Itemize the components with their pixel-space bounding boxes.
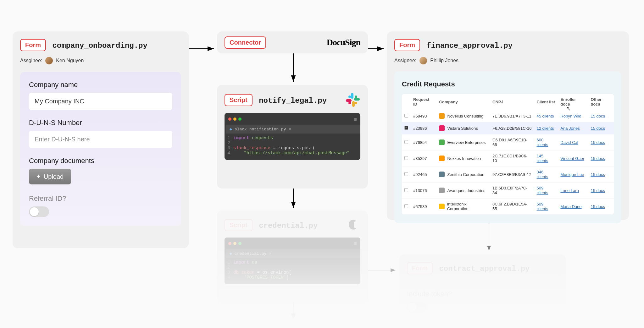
cnpj-cell: 1B.6D3.E8F/2A7C-84 xyxy=(490,183,534,199)
window-minimize-icon[interactable] xyxy=(233,118,236,121)
company-logo-icon xyxy=(439,125,445,131)
arrow-script2-down xyxy=(289,302,298,324)
arrow-finance-to-contract xyxy=(484,220,494,254)
window-minimize-icon[interactable] xyxy=(233,242,236,245)
row-checkbox[interactable] xyxy=(404,204,408,208)
table-row[interactable]: #67539Intellitronix Corporation8C.6F2.B9… xyxy=(402,199,614,215)
file-type-icon: ◆ xyxy=(230,251,232,256)
code-body: 1import os 2 3db_token = os.environ[ 4 '… xyxy=(225,258,360,284)
table-header: Enroller docs xyxy=(558,94,588,110)
table-header: Client list xyxy=(534,94,558,110)
include-token-label: Include token? xyxy=(407,290,558,298)
form-card-company-onboarding: Form company_onboarding.py Assginee: Ken… xyxy=(13,31,189,248)
row-checkbox[interactable] xyxy=(404,114,408,118)
tag-script: Script xyxy=(225,219,253,231)
enroller-link[interactable]: Robyn Wild xyxy=(560,114,581,118)
row-checkbox[interactable] xyxy=(404,126,408,130)
other-docs-link[interactable]: 15 docs xyxy=(591,126,605,131)
other-docs-link[interactable]: 15 docs xyxy=(591,140,605,145)
company-name-input[interactable] xyxy=(29,93,172,110)
other-docs-link[interactable]: 15 docs xyxy=(591,114,605,118)
window-maximize-icon[interactable] xyxy=(238,242,242,245)
assignee-label: Assginee: xyxy=(20,58,42,63)
avatar-icon xyxy=(45,57,53,64)
code-body: 1import requests 2 3slack_response = req… xyxy=(225,134,360,160)
request-id: #13076 xyxy=(411,183,436,199)
tab-filename: slack_notification.py xyxy=(235,127,286,132)
svg-point-12 xyxy=(355,96,357,98)
close-tab-icon[interactable]: × xyxy=(269,251,271,256)
row-checkbox[interactable] xyxy=(404,156,408,160)
company-logo-icon xyxy=(439,156,445,161)
other-docs-link[interactable]: 15 docs xyxy=(591,172,605,177)
client-list-link[interactable]: 600 clients xyxy=(537,138,548,147)
arrow-connector-to-finance xyxy=(368,44,387,53)
svg-rect-8 xyxy=(354,98,360,101)
assignee-label: Assignee: xyxy=(394,58,416,63)
company-name-label: Company name xyxy=(29,81,172,89)
form-card-contract-approval: Form contract_approval.py Include token? xyxy=(399,254,566,311)
cnpj-cell: 97.C2F.8E6/B3A9-42 xyxy=(490,167,534,183)
company-logo-icon xyxy=(439,113,445,119)
panel-split-icon[interactable]: ▥ xyxy=(354,116,357,122)
svg-point-13 xyxy=(355,102,357,104)
window-maximize-icon[interactable] xyxy=(238,118,242,121)
table-row[interactable]: #35297Nexxos Innovation2C.71E.8D1/B9C6-1… xyxy=(402,150,614,167)
window-close-icon[interactable] xyxy=(228,242,231,245)
company-name: Zenithia Corporation xyxy=(447,172,484,177)
enroller-link[interactable]: Monique Lue xyxy=(560,172,584,177)
table-row[interactable]: #58493Novellus Consulting7E.8D6.9B1/A7F3… xyxy=(402,110,614,122)
row-checkbox[interactable] xyxy=(404,188,408,192)
enroller-link[interactable]: Lune Lara xyxy=(560,188,579,193)
editor-tab[interactable]: ◆ credential.py × xyxy=(226,249,360,258)
editor-tab[interactable]: ◆ slack_notification.py × xyxy=(226,125,360,134)
enroller-link[interactable]: Vincent Gaer xyxy=(560,156,584,161)
script-card-notify-legal: Script notify_legal.py ▥ ◆ slack_notific… xyxy=(217,85,368,189)
company-logo-icon xyxy=(439,139,445,145)
upload-button[interactable]: + Upload xyxy=(29,169,71,184)
client-list-link[interactable]: 509 clients xyxy=(537,186,548,195)
documents-label: Company documents xyxy=(29,157,172,165)
panel-split-icon[interactable]: ▥ xyxy=(354,241,357,246)
tag-connector: Connector xyxy=(225,36,266,49)
enroller-link[interactable]: Maria Dane xyxy=(560,204,581,209)
company-logo-icon xyxy=(439,172,445,177)
other-docs-link[interactable]: 15 docs xyxy=(591,204,605,209)
request-id: #76854 xyxy=(411,134,436,150)
row-checkbox[interactable] xyxy=(404,172,408,176)
client-list-link[interactable]: 346 clients xyxy=(537,170,548,179)
svg-point-15 xyxy=(355,222,356,223)
duns-input[interactable] xyxy=(29,131,172,148)
close-tab-icon[interactable]: × xyxy=(289,127,291,132)
request-id: #67539 xyxy=(411,199,436,215)
table-row[interactable]: #76854Everview EnterprisesC6.D91.A6F/9E1… xyxy=(402,134,614,150)
credit-requests-panel: Credit Requests Request IDCompanyCNPJCli… xyxy=(394,71,621,223)
svg-rect-9 xyxy=(352,101,355,107)
credit-requests-table: Request IDCompanyCNPJClient listEnroller… xyxy=(402,94,614,215)
client-list-link[interactable]: 45 clients xyxy=(537,114,554,118)
upload-label: Upload xyxy=(44,173,64,180)
avatar-icon xyxy=(419,57,427,64)
filename: contract_approval.py xyxy=(439,265,530,273)
enroller-link[interactable]: Ana Jones xyxy=(560,126,580,131)
enroller-link[interactable]: David Cal xyxy=(560,140,578,145)
svg-point-14 xyxy=(348,102,351,104)
file-type-icon: ◆ xyxy=(230,127,232,132)
company-name: Avanquest Industries xyxy=(447,188,485,193)
request-id: #58493 xyxy=(411,110,436,122)
window-close-icon[interactable] xyxy=(228,118,231,121)
row-checkbox[interactable] xyxy=(404,140,408,144)
table-row[interactable]: #92465Zenithia Corporation97.C2F.8E6/B3A… xyxy=(402,167,614,183)
include-token-toggle[interactable] xyxy=(407,302,427,313)
client-list-link[interactable]: 145 clients xyxy=(537,154,548,163)
other-docs-link[interactable]: 15 docs xyxy=(591,156,605,161)
referral-toggle[interactable] xyxy=(29,206,49,217)
other-docs-link[interactable]: 15 docs xyxy=(591,188,605,193)
client-list-link[interactable]: 509 clients xyxy=(537,202,548,211)
table-row[interactable]: #13076Avanquest Industries1B.6D3.E8F/2A7… xyxy=(402,183,614,199)
client-list-link[interactable]: 12 clients xyxy=(537,126,554,131)
company-logo-icon xyxy=(439,188,445,193)
postgres-icon xyxy=(347,218,360,232)
company-logo-icon xyxy=(439,204,444,209)
table-row[interactable]: #23986Vistara SolutionsF6.A28.D2B/581C-1… xyxy=(402,122,614,134)
